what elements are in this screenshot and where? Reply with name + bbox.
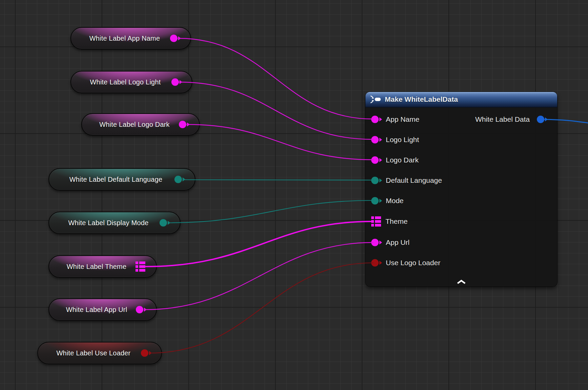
- wire-default-language[interactable]: [183, 180, 373, 180]
- struct-output-pin[interactable]: [537, 116, 544, 123]
- make-whitelabeldata-node[interactable]: Make WhiteLabelData App Name Logo Light …: [365, 92, 557, 287]
- wire-logo-light[interactable]: [179, 82, 373, 139]
- bool-input-pin[interactable]: [371, 259, 379, 267]
- variable-node-white-label-use-loader[interactable]: White Label Use Loader: [37, 342, 162, 364]
- string-input-pin[interactable]: [371, 116, 379, 123]
- pin-row-app-url: App Url: [371, 237, 410, 248]
- blueprint-graph-canvas[interactable]: White Label App Name White Label Logo Li…: [0, 0, 588, 390]
- node-title: Make WhiteLabelData: [385, 95, 458, 103]
- variable-node-white-label-logo-light[interactable]: White Label Logo Light: [70, 71, 192, 93]
- struct-output-pin-icon[interactable]: [135, 261, 145, 272]
- pin-label: Logo Light: [386, 136, 419, 144]
- pin-row-theme: Theme: [371, 216, 407, 227]
- string-input-pin[interactable]: [371, 136, 379, 143]
- string-output-pin[interactable]: [170, 35, 177, 42]
- variable-node-white-label-app-name[interactable]: White Label App Name: [70, 27, 191, 50]
- make-struct-icon: [370, 95, 381, 103]
- node-header[interactable]: Make WhiteLabelData: [365, 92, 557, 108]
- wire-app-url[interactable]: [145, 242, 373, 310]
- pin-row-logo-light: Logo Light: [371, 135, 419, 145]
- string-output-pin[interactable]: [136, 306, 143, 313]
- pin-label: Default Language: [386, 176, 442, 184]
- enum-output-pin[interactable]: [174, 176, 182, 183]
- pin-label: White Label Data: [475, 115, 530, 123]
- wire-use-logo-loader[interactable]: [149, 263, 373, 353]
- pin-row-app-name: App Name: [371, 114, 419, 124]
- bool-output-pin[interactable]: [141, 349, 148, 357]
- pin-label: App Url: [386, 238, 410, 247]
- string-output-pin[interactable]: [179, 121, 186, 128]
- pin-label: Use Logo Loader: [386, 259, 440, 267]
- enum-output-pin[interactable]: [160, 219, 167, 227]
- pin-row-use-logo-loader: Use Logo Loader: [371, 258, 440, 268]
- enum-input-pin[interactable]: [371, 177, 379, 184]
- pin-label: Theme: [385, 217, 407, 226]
- variable-node-white-label-theme[interactable]: White Label Theme: [48, 255, 157, 278]
- variable-node-white-label-logo-dark[interactable]: White Label Logo Dark: [81, 113, 200, 136]
- pin-row-white-label-data-output: White Label Data: [475, 114, 544, 124]
- variable-node-white-label-app-url[interactable]: White Label App Url: [48, 298, 157, 321]
- string-input-pin[interactable]: [371, 156, 379, 164]
- wire-app-name[interactable]: [178, 38, 373, 119]
- wire-logo-dark[interactable]: [187, 124, 373, 160]
- pin-label: App Name: [386, 115, 419, 123]
- variable-node-label: White Label Default Language: [49, 169, 195, 190]
- pin-label: Mode: [386, 197, 404, 205]
- struct-input-pin-icon[interactable]: [371, 216, 381, 227]
- collapse-chevron-icon[interactable]: [456, 279, 466, 285]
- enum-input-pin[interactable]: [371, 197, 379, 204]
- pin-row-mode: Mode: [371, 196, 404, 206]
- pin-row-default-language: Default Language: [371, 175, 442, 186]
- pin-row-logo-dark: Logo Dark: [371, 155, 419, 165]
- variable-node-white-label-default-language[interactable]: White Label Default Language: [48, 168, 195, 191]
- string-output-pin[interactable]: [171, 78, 179, 86]
- pin-label: Logo Dark: [386, 156, 419, 164]
- variable-node-white-label-display-mode[interactable]: White Label Display Mode: [48, 212, 181, 234]
- string-input-pin[interactable]: [371, 239, 379, 246]
- wire-mode[interactable]: [168, 200, 373, 223]
